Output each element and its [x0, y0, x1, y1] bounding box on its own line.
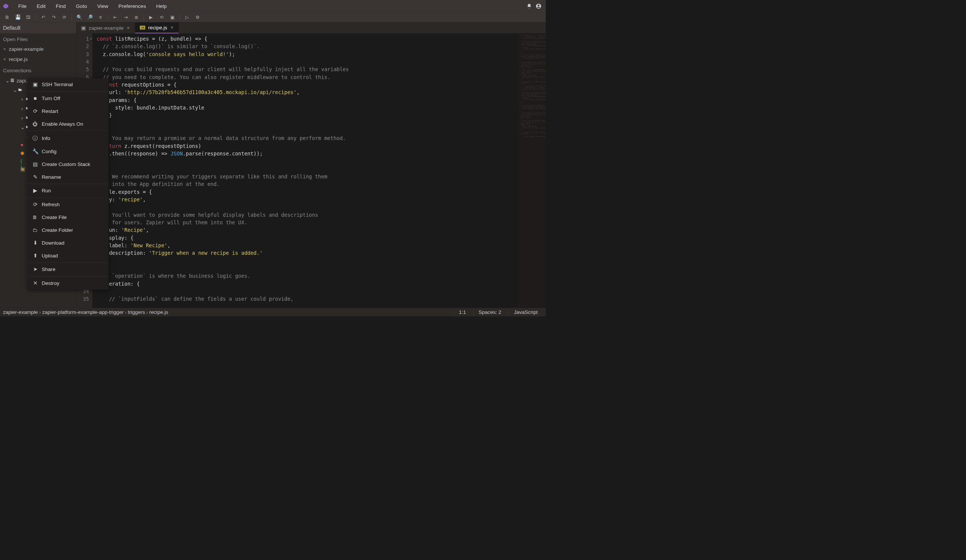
ctx-label: Download: [42, 240, 64, 246]
play-icon[interactable]: ▷: [182, 12, 192, 22]
ctx-info[interactable]: ⓘInfo: [28, 131, 108, 145]
format-icon[interactable]: ≡: [95, 12, 105, 22]
breadcrumb-segment[interactable]: zapier-example: [3, 309, 38, 315]
ctx-download[interactable]: ⬇Download: [28, 236, 108, 249]
language-mode[interactable]: JavaScript: [509, 309, 543, 315]
ctx-icon: ✎: [33, 174, 38, 180]
chevron-right-icon: ›: [20, 115, 24, 121]
indent-icon[interactable]: ⇥: [121, 12, 131, 22]
ctx-upload[interactable]: ⬆Upload: [28, 249, 108, 262]
run-terminal-icon[interactable]: ▣: [167, 12, 177, 22]
ctx-create-folder[interactable]: 🗀Create Folder: [28, 224, 108, 236]
close-icon[interactable]: ✕: [127, 25, 130, 31]
ctx-destroy[interactable]: ✕Destroy: [28, 277, 108, 290]
chevron-right-icon: ›: [20, 97, 24, 102]
align-left-icon[interactable]: ≣: [131, 12, 142, 22]
cursor-position[interactable]: 1:1: [453, 309, 472, 315]
svg-marker-0: [3, 4, 8, 9]
notifications-icon[interactable]: [524, 2, 534, 11]
file-icon: ▣: [20, 166, 25, 170]
menu-edit[interactable]: Edit: [32, 0, 51, 13]
toolbar: 🗎💾🖫↶↷⟳🔍🔎≡⇤⇥≣▶⟲▣▷⚙: [0, 12, 546, 22]
new-icon[interactable]: 🗎: [2, 12, 12, 22]
ctx-config[interactable]: 🔧Config: [28, 145, 108, 158]
ctx-icon: ⟳: [33, 202, 38, 208]
breadcrumb-segment[interactable]: zapier-platform-example-app-trigger: [42, 309, 123, 315]
ctx-icon: ⏻: [33, 121, 38, 127]
ctx-icon: ⟳: [33, 108, 38, 115]
close-icon[interactable]: ✕: [170, 25, 174, 30]
open-file[interactable]: ✕zapier-example: [0, 44, 76, 54]
ctx-label: Create File: [42, 215, 67, 221]
ctx-label: Run: [42, 188, 51, 194]
breadcrumb-segment[interactable]: recipe.js: [149, 309, 168, 315]
ctx-icon: ⬆: [33, 252, 38, 259]
menu-find[interactable]: Find: [51, 0, 71, 13]
panel-title[interactable]: Default: [0, 22, 76, 33]
ctx-icon: ⬇: [33, 240, 38, 246]
save-all-icon[interactable]: 🖫: [23, 12, 33, 22]
ctx-icon: ▤: [33, 161, 38, 167]
tab-label: zapier-example: [89, 25, 124, 31]
app-logo-icon[interactable]: [3, 3, 9, 10]
search-replace-icon[interactable]: 🔎: [85, 12, 95, 22]
indentation-setting[interactable]: Spaces: 2: [473, 309, 506, 315]
breadcrumb-segment[interactable]: triggers: [128, 309, 145, 315]
ctx-ssh-terminal[interactable]: ▣SSH Terminal: [28, 78, 108, 91]
open-files-label: Open Files: [0, 33, 76, 44]
ctx-icon: ✕: [33, 280, 38, 287]
refresh-icon[interactable]: ⟳: [59, 12, 70, 22]
search-icon[interactable]: 🔍: [74, 12, 84, 22]
run-history-icon[interactable]: ⟲: [157, 12, 167, 22]
tab-label: recipe.js: [148, 25, 167, 31]
ctx-label: Create Folder: [42, 227, 73, 233]
close-icon[interactable]: ✕: [3, 57, 6, 61]
ctx-label: Config: [42, 148, 56, 154]
ctx-icon: ▶: [33, 188, 38, 194]
close-icon[interactable]: ✕: [3, 47, 6, 51]
folder-icon: [18, 88, 22, 92]
file-icon: ◆: [20, 150, 25, 154]
run-icon[interactable]: ▶: [146, 12, 156, 22]
ctx-refresh[interactable]: ⟳Refresh: [28, 198, 108, 211]
file-name: zapier-example: [9, 46, 44, 52]
tab-zapier-example[interactable]: ▣zapier-example✕: [76, 22, 135, 33]
ctx-icon: 🗎: [33, 215, 38, 221]
ctx-run[interactable]: ▶Run: [28, 184, 108, 197]
account-icon[interactable]: [534, 2, 543, 11]
tab-recipe-js[interactable]: JSrecipe.js✕: [135, 22, 179, 33]
menu-goto[interactable]: Goto: [71, 0, 92, 13]
chevron-down-icon: ⌄: [5, 77, 9, 84]
svg-rect-3: [11, 79, 14, 79]
open-file[interactable]: ✕recipe.js: [0, 54, 76, 64]
redo-icon[interactable]: ↷: [49, 12, 59, 22]
menu-view[interactable]: View: [92, 0, 113, 13]
ctx-restart[interactable]: ⟳Restart: [28, 105, 108, 118]
ctx-enable-always-on[interactable]: ⏻Enable Always On: [28, 118, 108, 130]
breadcrumb[interactable]: zapier-example›zapier-platform-example-a…: [3, 309, 168, 315]
chevron-down-icon: ⌄: [13, 87, 16, 93]
ctx-icon: 🗀: [33, 227, 38, 233]
svg-rect-5: [11, 81, 14, 82]
svg-rect-4: [11, 80, 14, 81]
menu-preferences[interactable]: Preferences: [113, 0, 151, 13]
ctx-rename[interactable]: ✎Rename: [28, 170, 108, 183]
minimap[interactable]: const listRecipes = (z, bundle) =&gt; { …: [518, 33, 545, 308]
save-icon[interactable]: 💾: [13, 12, 23, 22]
ctx-label: Create Custom Stack: [42, 161, 90, 167]
undo-icon[interactable]: ↶: [38, 12, 48, 22]
svg-point-2: [538, 5, 539, 7]
code-editor[interactable]: const listRecipes = (z, bundle) => { // …: [92, 33, 518, 308]
menu-file[interactable]: File: [13, 0, 32, 13]
tabs: ▣zapier-example✕JSrecipe.js✕: [76, 22, 545, 33]
settings-icon[interactable]: ⚙: [192, 12, 203, 22]
ctx-label: Turn Off: [42, 96, 60, 102]
outdent-icon[interactable]: ⇤: [110, 12, 120, 22]
ctx-label: Destroy: [42, 280, 59, 287]
ctx-share[interactable]: ➤Share: [28, 263, 108, 276]
menu-help[interactable]: Help: [151, 0, 172, 13]
menubar: FileEditFindGotoViewPreferencesHelp: [0, 0, 546, 12]
ctx-create-file[interactable]: 🗎Create File: [28, 211, 108, 224]
ctx-create-custom-stack[interactable]: ▤Create Custom Stack: [28, 158, 108, 170]
ctx-turn-off[interactable]: ■Turn Off: [28, 92, 108, 105]
